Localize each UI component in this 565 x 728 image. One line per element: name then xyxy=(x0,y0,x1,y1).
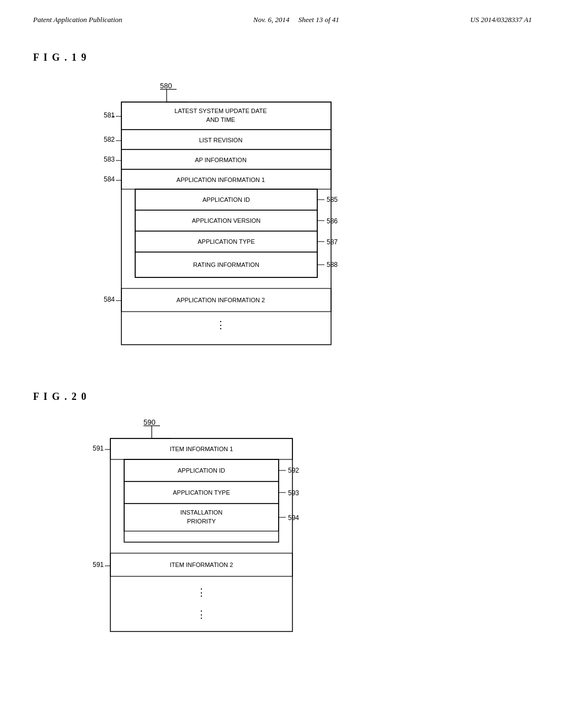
fig19-ellipsis: ⋮ xyxy=(216,319,226,330)
header-center: Nov. 6, 2014 Sheet 13 of 41 xyxy=(253,15,339,24)
fig19-appver: APPLICATION VERSION xyxy=(192,217,261,224)
fig20-diagram: 590 ITEM INFORMATION 1 591 APPLICATION I… xyxy=(33,414,392,645)
fig19-label-586: 586 xyxy=(327,217,338,225)
fig19-appid: APPLICATION ID xyxy=(202,196,250,203)
fig19-rating: RATING INFORMATION xyxy=(193,261,259,268)
fig19-label-581: 581 xyxy=(104,111,115,119)
fig20-row1: ITEM INFORMATION 1 xyxy=(170,446,233,452)
fig19-appinfo2: APPLICATION INFORMATION 2 xyxy=(177,297,265,303)
fig19-row3: AP INFORMATION xyxy=(195,157,247,163)
fig20-label: F I G . 2 0 xyxy=(33,391,532,403)
fig19-label-584b: 584 xyxy=(104,296,115,303)
fig19-label-584a: 584 xyxy=(104,175,115,183)
fig19-diagram: 580 LATEST SYSTEM UPDATE DATE AND TIME 5… xyxy=(33,74,419,361)
fig20-label-591a: 591 xyxy=(93,445,104,452)
fig20-iteminfo2: ITEM INFORMATION 2 xyxy=(170,561,233,568)
svg-rect-4 xyxy=(121,102,331,130)
fig19-section: F I G . 1 9 580 LATEST SYSTEM UPDATE DAT… xyxy=(33,52,532,363)
fig20-ellipsis2: ⋮ xyxy=(196,609,206,620)
fig20-ellipsis1: ⋮ xyxy=(196,587,206,598)
page-header: Patent Application Publication Nov. 6, 2… xyxy=(0,0,565,24)
header-right: US 2014/0328337 A1 xyxy=(470,15,532,24)
fig19-label-583: 583 xyxy=(104,156,115,163)
svg-rect-32 xyxy=(124,504,279,531)
fig19-label: F I G . 1 9 xyxy=(33,52,532,63)
fig20-label-592: 592 xyxy=(288,467,299,474)
fig20-appid: APPLICATION ID xyxy=(178,467,225,474)
fig20-ref-590: 590 xyxy=(143,418,156,426)
fig19-label-587: 587 xyxy=(327,238,338,246)
fig20-apptype: APPLICATION TYPE xyxy=(173,489,230,496)
fig20-instpriority-2: PRIORITY xyxy=(187,518,216,524)
header-left: Patent Application Publication xyxy=(33,15,122,24)
fig20-section: F I G . 2 0 590 ITEM INFORMATION 1 591 A… xyxy=(33,391,532,647)
fig20-instpriority-1: INSTALLATION xyxy=(180,509,223,516)
fig19-row1-line2: AND TIME xyxy=(206,116,235,123)
page-content: F I G . 1 9 580 LATEST SYSTEM UPDATE DAT… xyxy=(0,24,565,686)
fig19-label-582: 582 xyxy=(104,136,115,143)
fig19-ref-580: 580 xyxy=(160,82,172,90)
fig20-label-591b: 591 xyxy=(93,561,104,569)
fig19-label-585: 585 xyxy=(327,196,338,204)
fig20-label-593: 593 xyxy=(288,489,299,497)
fig19-apptype: APPLICATION TYPE xyxy=(198,238,255,245)
fig19-row4: APPLICATION INFORMATION 1 xyxy=(177,176,265,183)
fig19-row2: LIST REVISION xyxy=(199,137,243,143)
fig19-label-588: 588 xyxy=(327,261,338,269)
fig19-row1-line1: LATEST SYSTEM UPDATE DATE xyxy=(174,108,266,114)
fig20-label-594: 594 xyxy=(288,514,299,522)
